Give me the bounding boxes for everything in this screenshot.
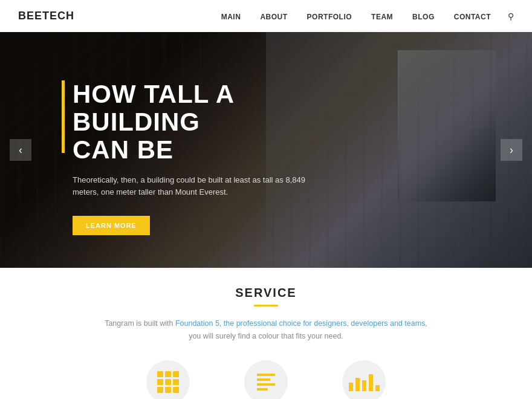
chart-icon-circle: [342, 360, 386, 400]
service-icons-row: [24, 360, 508, 400]
lines-icon-circle: [244, 360, 288, 400]
hero-accent-bar: [62, 80, 65, 153]
service-section: SERVICE Tangram is built with Foundation…: [0, 268, 532, 399]
hero-title: HOW TALL A BUILDING CAN BE: [73, 80, 363, 164]
hero-section: ‹ HOW TALL A BUILDING CAN BE Theoretical…: [0, 32, 532, 268]
hero-prev-button[interactable]: ‹: [10, 139, 31, 161]
brand-logo[interactable]: BEETECH: [18, 10, 74, 22]
chevron-left-icon: ‹: [19, 144, 22, 157]
service-icon-grid: [146, 360, 190, 400]
chevron-right-icon: ›: [510, 144, 513, 157]
service-divider: [254, 305, 278, 307]
list-icon: [257, 374, 275, 391]
nav-item-portfolio[interactable]: PORTFOLIO: [307, 11, 352, 22]
service-icon-chart: [342, 360, 386, 400]
hero-cta-button[interactable]: LEARN MORE: [73, 216, 150, 235]
nav-item-blog[interactable]: BLOG: [412, 11, 435, 22]
search-icon: ⚲: [508, 11, 514, 21]
service-icon-lines: [244, 360, 288, 400]
hero-description: Theoretically, then, a building could be…: [73, 174, 332, 199]
bar-chart-icon: [349, 373, 380, 391]
nav-item-team[interactable]: TEAM: [371, 11, 393, 22]
nav-menu: MAIN ABOUT PORTFOLIO TEAM BLOG CONTACT: [221, 11, 491, 22]
nav-item-contact[interactable]: CONTACT: [454, 11, 491, 22]
grid-icon: [157, 371, 179, 393]
service-description: Tangram is built with Foundation 5, the …: [103, 317, 429, 343]
foundation-link[interactable]: Foundation 5, the professional choice fo…: [175, 319, 427, 328]
grid-icon-circle: [146, 360, 190, 400]
nav-item-about[interactable]: ABOUT: [260, 11, 287, 22]
search-button[interactable]: ⚲: [508, 11, 514, 21]
navbar: BEETECH MAIN ABOUT PORTFOLIO TEAM BLOG C…: [0, 0, 532, 32]
service-title: SERVICE: [24, 286, 508, 300]
hero-content: HOW TALL A BUILDING CAN BE Theoretically…: [73, 80, 363, 235]
nav-item-main[interactable]: MAIN: [221, 11, 241, 22]
hero-next-button[interactable]: ›: [501, 139, 522, 161]
